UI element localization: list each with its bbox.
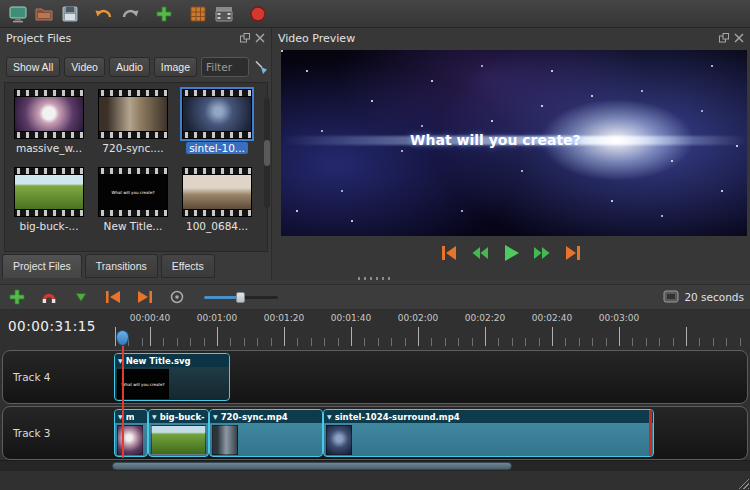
- openshot-window: Project Files Show All Video Audio Image…: [0, 0, 750, 490]
- scale-label[interactable]: 20 seconds: [684, 291, 744, 303]
- filter-image-button[interactable]: Image: [154, 57, 197, 77]
- next-marker-button[interactable]: [134, 286, 156, 308]
- rewind-button[interactable]: [469, 242, 491, 264]
- timeline-scrollbar[interactable]: [0, 460, 750, 471]
- profile-grid-icon: [188, 4, 208, 24]
- clip-name: sintel-1024-surround.mp4: [335, 412, 460, 422]
- file-item[interactable]: 100_0684...: [175, 167, 259, 239]
- add-marker-button[interactable]: [70, 286, 92, 308]
- project-files-panel: Project Files Show All Video Audio Image…: [0, 28, 272, 280]
- file-thumbnail: [182, 89, 252, 139]
- clip-massive[interactable]: ▼ m: [114, 409, 148, 457]
- ruler-ticks: [112, 327, 750, 346]
- video-preview-title: Video Preview: [278, 32, 355, 45]
- fast-forward-button[interactable]: [531, 242, 553, 264]
- slider-handle[interactable]: [236, 292, 245, 303]
- plus-icon: [154, 4, 174, 24]
- thumbnail-image: What will you create?: [99, 175, 167, 209]
- file-list-scrollbar[interactable]: [264, 98, 270, 208]
- magnet-icon: [40, 288, 58, 306]
- file-thumbnail: What will you create?: [98, 167, 168, 217]
- scrollbar-thumb[interactable]: [264, 140, 270, 166]
- file-name: 720-sync....: [99, 142, 166, 154]
- chevron-down-icon[interactable]: ▼: [327, 413, 332, 420]
- filter-video-button[interactable]: Video: [64, 57, 105, 77]
- next-marker-icon: [136, 288, 154, 306]
- horizontal-splitter[interactable]: [0, 274, 750, 282]
- scrollbar-thumb[interactable]: [112, 462, 512, 470]
- save-project-button[interactable]: [57, 1, 83, 27]
- file-item[interactable]: 720-sync....: [91, 89, 175, 161]
- timeline-ruler[interactable]: 00:00:40 00:01:00 00:01:20 00:01:40 00:0…: [112, 310, 750, 347]
- record-button[interactable]: [245, 1, 271, 27]
- clear-filter-button[interactable]: [253, 59, 269, 75]
- skip-start-icon: [439, 243, 459, 263]
- trim-marker[interactable]: [649, 410, 652, 456]
- video-preview-panel: Video Preview What will you create?: [272, 28, 750, 280]
- ruler-mark: 00:01:20: [264, 313, 304, 323]
- filter-show-all-button[interactable]: Show All: [6, 57, 60, 77]
- close-panel-icon[interactable]: [734, 33, 744, 43]
- record-icon: [248, 4, 268, 24]
- file-thumbnail: [14, 167, 84, 217]
- new-project-icon: [8, 4, 28, 24]
- clip-720-sync[interactable]: ▼ 720-sync.mp4: [209, 409, 323, 457]
- export-video-button[interactable]: [211, 1, 237, 27]
- clip-header[interactable]: ▼ m: [115, 410, 147, 423]
- jump-to-end-button[interactable]: [562, 242, 584, 264]
- clip-header[interactable]: ▼ sintel-1024-surround.mp4: [324, 410, 653, 423]
- file-name: big-buck-...: [16, 220, 81, 232]
- close-panel-icon[interactable]: [255, 33, 265, 43]
- center-circle-icon: [169, 289, 185, 305]
- file-item-selected[interactable]: sintel-10...: [175, 89, 259, 161]
- file-thumbnail: [14, 89, 84, 139]
- undock-panel-icon[interactable]: [719, 33, 729, 43]
- clip-header[interactable]: ▼ big-buck-: [149, 410, 208, 423]
- filter-audio-button[interactable]: Audio: [109, 57, 150, 77]
- ruler-mark: 00:03:00: [599, 313, 639, 323]
- file-item[interactable]: big-buck-...: [7, 167, 91, 239]
- clip-header[interactable]: ▼ New Title.svg: [115, 354, 229, 367]
- jump-to-start-button[interactable]: [438, 242, 460, 264]
- thumbnail-image: [183, 175, 251, 209]
- clip-name: 720-sync.mp4: [221, 412, 288, 422]
- filter-input[interactable]: [201, 57, 249, 77]
- open-project-button[interactable]: [31, 1, 57, 27]
- snapping-toggle-button[interactable]: [38, 286, 60, 308]
- clip-big-buck[interactable]: ▼ big-buck-: [148, 409, 209, 457]
- track-label: Track 4: [13, 351, 51, 403]
- undo-button[interactable]: [91, 1, 117, 27]
- clip-thumbnail: [212, 425, 238, 455]
- rewind-icon: [470, 243, 490, 263]
- clip-thumbnail: [117, 425, 143, 455]
- choose-profile-button[interactable]: [185, 1, 211, 27]
- slider-fill: [204, 296, 240, 299]
- add-track-button[interactable]: [6, 286, 28, 308]
- chevron-down-icon[interactable]: ▼: [152, 413, 157, 420]
- ruler-mark: 00:01:40: [331, 313, 371, 323]
- new-project-button[interactable]: [5, 1, 31, 27]
- timeline-scale: 20 seconds: [663, 290, 744, 304]
- center-playhead-button[interactable]: [166, 286, 188, 308]
- thumbnail-caption: What will you create?: [111, 190, 154, 195]
- film-icon: [214, 4, 234, 24]
- playhead-timecode: 00:00:31:15: [8, 318, 112, 334]
- clip-new-title[interactable]: ▼ New Title.svg What will you create?: [114, 353, 230, 401]
- save-icon: [60, 4, 80, 24]
- file-item[interactable]: massive_w...: [7, 89, 91, 161]
- ruler-mark: 00:00:40: [130, 313, 170, 323]
- clip-sintel[interactable]: ▼ sintel-1024-surround.mp4: [323, 409, 654, 457]
- redo-button[interactable]: [117, 1, 143, 27]
- file-list: massive_w... 720-sync.... sintel-10... b…: [4, 82, 268, 252]
- ruler-mark: 00:02:00: [398, 313, 438, 323]
- file-item[interactable]: What will you create? New Title...: [91, 167, 175, 239]
- track-row-4: Track 4 ▼ New Title.svg What will you cr…: [2, 350, 748, 404]
- clip-header[interactable]: ▼ 720-sync.mp4: [210, 410, 322, 423]
- play-button[interactable]: [500, 242, 522, 264]
- zoom-slider[interactable]: [204, 289, 278, 305]
- undock-panel-icon[interactable]: [240, 33, 250, 43]
- project-files-header: Project Files: [0, 28, 271, 48]
- chevron-down-icon[interactable]: ▼: [213, 413, 218, 420]
- previous-marker-button[interactable]: [102, 286, 124, 308]
- import-files-button[interactable]: [151, 1, 177, 27]
